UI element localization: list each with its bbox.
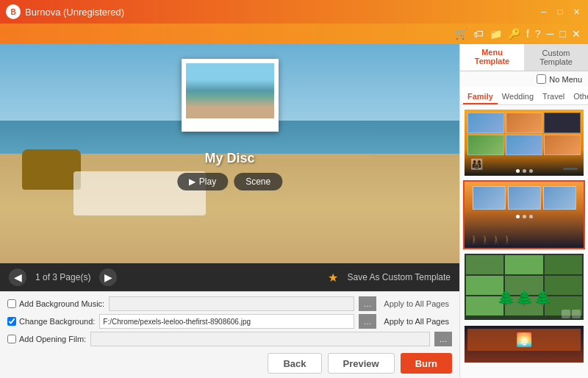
change-bg-browse-button[interactable]: …	[359, 314, 376, 329]
tag-icon[interactable]: 🏷	[473, 28, 484, 40]
change-bg-apply-button[interactable]: Apply to All Pages	[381, 317, 452, 326]
play-controls: ▶ Play Scene	[177, 173, 282, 190]
custom-template-tab[interactable]: Custom Template	[524, 44, 588, 71]
question-icon[interactable]: ?	[535, 28, 541, 40]
scene-button[interactable]: Scene	[234, 173, 282, 190]
template-thumb-2: 🚶🚶🚶🚶	[465, 182, 584, 248]
ctrl-icon	[572, 310, 581, 318]
category-tabs: Family Wedding Travel Others ▶	[460, 87, 588, 105]
maximize-button[interactable]: □	[554, 6, 566, 18]
prev-page-button[interactable]: ◀	[9, 268, 26, 286]
app-title: Burnova (Unregistered)	[25, 7, 538, 18]
preview-area: My Disc ▶ Play Scene ◀ 1 of 3 Page(s) ▶	[0, 44, 459, 378]
close-button[interactable]: ✕	[570, 6, 582, 18]
tmpl3-cell	[466, 255, 503, 274]
mini-photo	[467, 135, 504, 155]
options-bar: Add Background Music: … Apply to All Pag…	[0, 291, 459, 349]
nav-bar: ◀ 1 of 3 Page(s) ▶ ★ Save As Custom Temp…	[0, 263, 459, 291]
change-bg-label: Change Background:	[7, 317, 95, 326]
opening-film-label: Add Opening Film:	[7, 335, 86, 343]
template-list: 👨‍👩‍👧	[460, 105, 588, 378]
close-icon2[interactable]: ✕	[572, 28, 581, 40]
preview-button[interactable]: Preview	[328, 353, 395, 374]
template-item-2[interactable]: 🚶🚶🚶🚶	[463, 180, 585, 249]
template-thumb-3: 🌲🌲🌲	[465, 254, 584, 320]
title-bar: B Burnova (Unregistered) ─ □ ✕	[0, 0, 588, 24]
canvas-area: My Disc ▶ Play Scene	[0, 44, 459, 263]
toolbar: 🛒 🏷 📁 🔑 f ? ─ □ ✕	[0, 24, 588, 44]
menu-template-tab[interactable]: Menu Template	[460, 44, 524, 71]
main-area: My Disc ▶ Play Scene ◀ 1 of 3 Page(s) ▶	[0, 44, 588, 378]
action-bar: Back Preview Burn	[0, 349, 459, 378]
page-info: 1 of 3 Page(s)	[35, 272, 90, 282]
bg-music-row: Add Background Music: … Apply to All Pag…	[7, 296, 452, 311]
minimize-button[interactable]: ─	[538, 6, 550, 18]
no-menu-row: No Menu	[460, 71, 588, 87]
save-custom-star[interactable]: ★	[328, 271, 338, 285]
window-controls: ─ □ ✕	[538, 6, 582, 18]
maximize-icon2[interactable]: □	[560, 28, 566, 40]
tmpl3-cell	[545, 255, 582, 274]
template-item-4[interactable]: 🌅	[463, 324, 585, 364]
back-button[interactable]: Back	[268, 353, 321, 374]
cat-travel-tab[interactable]: Travel	[538, 90, 569, 104]
burn-button[interactable]: Burn	[401, 353, 452, 374]
facebook-icon[interactable]: f	[526, 28, 529, 40]
stamp-photo	[182, 59, 279, 132]
tmpl4-bg: 🌅	[465, 326, 584, 363]
no-menu-label: No Menu	[549, 75, 582, 84]
tmpl2-photo	[473, 186, 506, 210]
dot-indicator	[529, 169, 533, 173]
play-button[interactable]: ▶ Play	[177, 173, 228, 190]
background-scene: My Disc ▶ Play Scene	[0, 44, 459, 263]
tmpl2-photo	[543, 186, 576, 210]
template-thumb-1: 👨‍👩‍👧	[465, 110, 584, 176]
dot	[516, 215, 520, 218]
disc-title: My Disc	[204, 151, 254, 166]
tmpl3-cell	[505, 255, 542, 274]
cat-others-tab[interactable]: Others	[569, 90, 588, 104]
opening-film-browse-button[interactable]: …	[434, 332, 452, 346]
no-menu-checkbox[interactable]	[537, 74, 546, 84]
mini-photo	[544, 113, 581, 133]
bg-music-label: Add Background Music:	[7, 299, 104, 308]
change-bg-checkbox[interactable]	[7, 317, 16, 326]
ctrl-icon	[562, 310, 570, 318]
bg-music-input[interactable]	[109, 296, 354, 311]
folder-icon[interactable]: 📁	[490, 28, 502, 40]
template-type-tabs: Menu Template Custom Template	[460, 44, 588, 71]
tmpl2-photo	[508, 186, 541, 210]
bg-music-browse-button[interactable]: …	[359, 296, 376, 311]
key-icon[interactable]: 🔑	[508, 28, 520, 40]
cat-wedding-tab[interactable]: Wedding	[498, 90, 538, 104]
cat-family-tab[interactable]: Family	[463, 90, 498, 104]
opening-film-checkbox[interactable]	[7, 335, 16, 343]
template-thumb-4: 🌅	[465, 326, 584, 363]
change-bg-row: Change Background: … Apply to All Pages	[7, 314, 452, 329]
next-page-button[interactable]: ▶	[99, 268, 117, 286]
app-logo: B	[6, 4, 21, 19]
dot	[529, 215, 533, 218]
opening-film-input[interactable]	[90, 332, 430, 346]
mini-photo	[467, 113, 504, 133]
minimize-icon2[interactable]: ─	[547, 28, 554, 40]
right-panel: Menu Template Custom Template No Menu Fa…	[459, 44, 588, 378]
change-bg-input[interactable]	[99, 314, 354, 329]
cart-icon[interactable]: 🛒	[455, 28, 467, 40]
opening-film-row: Add Opening Film: …	[7, 332, 452, 346]
save-custom-label: Save As Custom Template	[347, 272, 451, 282]
bg-music-apply-button[interactable]: Apply to All Pages	[381, 299, 452, 308]
dot-indicator	[516, 169, 520, 173]
dot	[523, 215, 526, 218]
dot-indicator	[523, 169, 526, 173]
bg-music-checkbox[interactable]	[7, 299, 16, 308]
template-item-3[interactable]: 🌲🌲🌲	[463, 252, 585, 321]
mini-photo	[506, 113, 542, 133]
mini-photo	[506, 135, 542, 155]
basket-prop	[22, 149, 81, 190]
play-icon: ▶	[189, 176, 196, 187]
bottom-section: Add Background Music: … Apply to All Pag…	[0, 291, 459, 378]
template-item-1[interactable]: 👨‍👩‍👧	[463, 108, 585, 177]
mini-photo	[544, 135, 581, 155]
stamp-image	[186, 63, 274, 118]
